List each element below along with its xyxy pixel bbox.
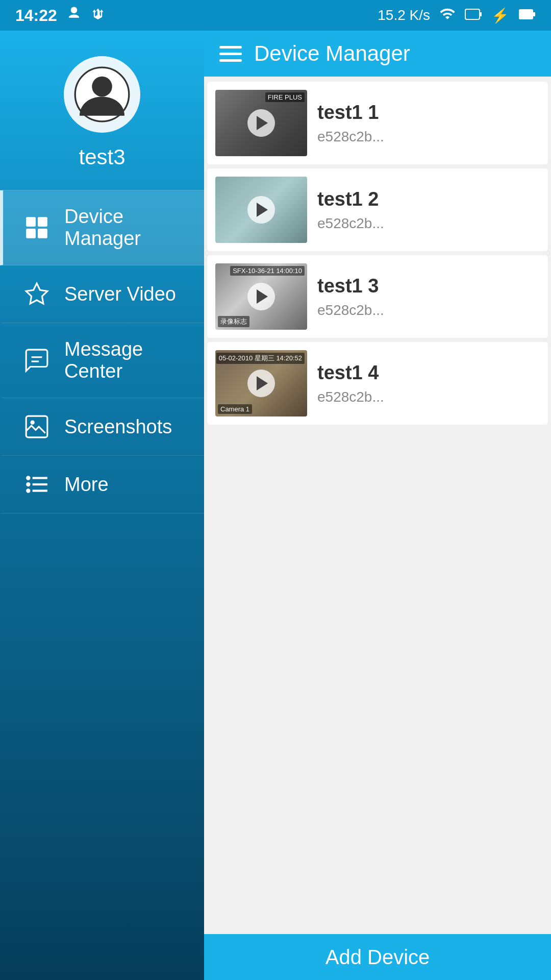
svg-rect-9 <box>38 229 47 238</box>
device-list: FIRE PLUS test1 1 e528c2b... test1 2 e52… <box>204 77 551 934</box>
device-thumbnail <box>215 177 307 243</box>
add-device-label: Add Device <box>325 946 430 969</box>
play-button[interactable] <box>247 109 275 137</box>
play-button[interactable] <box>247 370 275 397</box>
battery-full-icon <box>518 7 536 23</box>
nav-item-screenshots[interactable]: Screenshots <box>0 398 204 456</box>
nav-item-server-video[interactable]: Server Video <box>0 265 204 323</box>
device-info: test1 3 e528c2b... <box>317 275 540 318</box>
timestamp: FIRE PLUS <box>265 92 305 102</box>
menu-button[interactable] <box>219 46 242 62</box>
camera-label: Camera 1 <box>218 404 252 414</box>
device-info: test1 4 e528c2b... <box>317 362 540 405</box>
svg-rect-6 <box>26 217 36 227</box>
nav-label-message-center: Message Center <box>64 338 184 382</box>
svg-rect-7 <box>38 217 47 227</box>
play-button[interactable] <box>247 283 275 310</box>
svg-rect-8 <box>26 229 36 238</box>
avatar <box>64 56 140 133</box>
device-id: e528c2b... <box>317 129 540 145</box>
username: test3 <box>79 145 125 169</box>
chat-icon <box>23 347 50 374</box>
play-button[interactable] <box>247 196 275 224</box>
device-name: test1 1 <box>317 102 540 124</box>
status-bar-right: 15.2 K/s ⚡ <box>378 6 536 26</box>
wifi-icon <box>439 6 456 26</box>
device-id: e528c2b... <box>317 389 540 405</box>
device-thumbnail: SFX-10-36-21 14:00:10 录像标志 <box>215 263 307 330</box>
bolt-icon: ⚡ <box>491 7 509 24</box>
person-icon <box>66 6 82 25</box>
top-bar: Device Manager <box>204 31 551 77</box>
svg-rect-2 <box>519 9 533 19</box>
svg-point-5 <box>92 77 112 97</box>
star-icon <box>23 281 50 307</box>
nav-item-device-manager[interactable]: Device Manager <box>0 190 204 265</box>
sidebar: test3 Device Manager Server Video Messag… <box>0 31 204 980</box>
status-bar-left: 14:22 <box>15 6 105 25</box>
nav-label-screenshots: Screenshots <box>64 416 172 438</box>
speed-display: 15.2 K/s <box>378 7 430 23</box>
device-info: test1 1 e528c2b... <box>317 102 540 145</box>
battery-outline-icon <box>465 7 482 23</box>
svg-rect-1 <box>480 12 482 16</box>
image-icon <box>23 413 50 440</box>
device-thumbnail: 05-02-2010 星期三 14:20:52 Camera 1 <box>215 350 307 416</box>
main-content: Device Manager FIRE PLUS test1 1 e528c2b… <box>204 31 551 980</box>
status-bar: 14:22 15.2 K/s ⚡ <box>0 0 551 31</box>
device-info: test1 2 e528c2b... <box>317 188 540 232</box>
device-name: test1 3 <box>317 275 540 297</box>
nav-item-message-center[interactable]: Message Center <box>0 323 204 398</box>
grid-icon <box>23 214 50 241</box>
list-item[interactable]: FIRE PLUS test1 1 e528c2b... <box>207 82 548 164</box>
time-display: 14:22 <box>15 6 57 25</box>
svg-rect-0 <box>465 9 480 19</box>
empty-area <box>204 429 551 929</box>
svg-point-13 <box>31 421 35 425</box>
timestamp: 05-02-2010 星期三 14:20:52 <box>216 353 305 364</box>
timestamp: SFX-10-36-21 14:00:10 <box>230 266 305 276</box>
device-id: e528c2b... <box>317 302 540 318</box>
nav-label-server-video: Server Video <box>64 283 176 305</box>
nav-item-more[interactable]: More <box>0 456 204 513</box>
device-name: test1 4 <box>317 362 540 384</box>
add-device-button[interactable]: Add Device <box>204 934 551 980</box>
list-item[interactable]: 05-02-2010 星期三 14:20:52 Camera 1 test1 4… <box>207 342 548 425</box>
svg-point-14 <box>26 476 30 480</box>
bottom-label: 录像标志 <box>218 316 249 327</box>
page-title: Device Manager <box>254 41 410 66</box>
device-name: test1 2 <box>317 188 540 210</box>
list-icon <box>23 471 50 498</box>
device-thumbnail: FIRE PLUS <box>215 90 307 156</box>
svg-rect-3 <box>533 12 535 16</box>
list-item[interactable]: test1 2 e528c2b... <box>207 168 548 251</box>
profile-section: test3 <box>0 31 204 190</box>
nav-label-device-manager: Device Manager <box>64 206 184 250</box>
svg-point-16 <box>26 482 30 486</box>
nav-label-more: More <box>64 474 109 496</box>
device-id: e528c2b... <box>317 215 540 232</box>
svg-point-18 <box>26 488 30 493</box>
usb-icon <box>91 6 105 25</box>
list-item[interactable]: SFX-10-36-21 14:00:10 录像标志 test1 3 e528c… <box>207 255 548 338</box>
